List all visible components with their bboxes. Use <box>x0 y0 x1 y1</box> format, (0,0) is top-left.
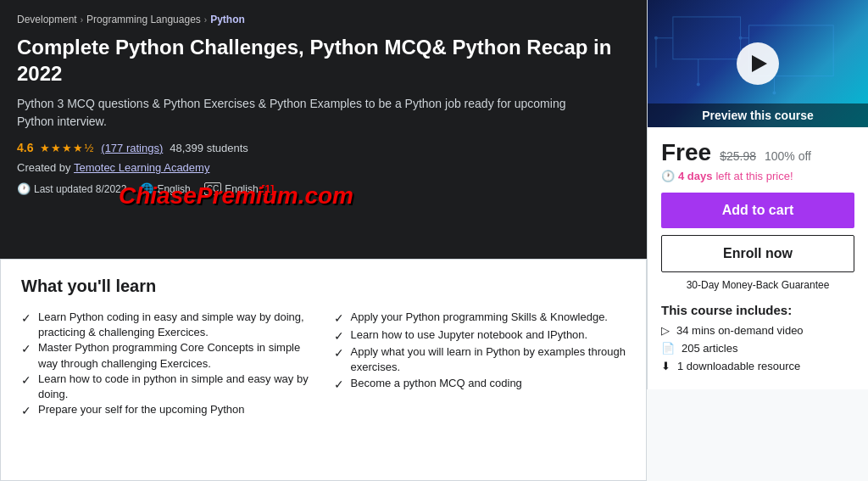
clock-icon: 🕐 <box>17 182 31 195</box>
meta-cc: CC English [1] <box>204 182 274 195</box>
learn-section: What you'll learn ✓Learn Python coding i… <box>0 259 647 481</box>
learn-item-right: ✓Learn how to use Jupyter notebook and I… <box>334 327 626 345</box>
creator-row: Created by Temotec Learning Academy <box>17 161 626 174</box>
creator-link[interactable]: Temotec Learning Academy <box>74 161 209 174</box>
include-item: ▷34 mins on-demand video <box>661 324 854 337</box>
include-icon: ⬇ <box>661 360 670 372</box>
students-count: 48,399 students <box>170 142 248 154</box>
urgency-row: 🕐 4 days left at this price! <box>661 170 854 182</box>
learn-item-left: ✓Learn Python coding in easy and simple … <box>21 310 314 340</box>
breadcrumb: Development › Programming Languages › Py… <box>17 14 626 25</box>
check-icon: ✓ <box>334 310 344 327</box>
learn-item-left: ✓Prepare your self for the upcoming Pyth… <box>21 402 314 420</box>
guarantee-text: 30-Day Money-Back Guarantee <box>661 279 854 291</box>
learn-item-text: Learn how to code in python in simple an… <box>38 372 314 402</box>
check-icon: ✓ <box>334 328 344 345</box>
learn-item-text: Prepare your self for the upcoming Pytho… <box>38 402 245 417</box>
learn-items-left: ✓Learn Python coding in easy and simple … <box>21 310 314 420</box>
svg-point-5 <box>654 36 658 40</box>
price-free: Free <box>661 139 711 166</box>
rating-row: 4.6 ★★★★½ (177 ratings) 48,399 students <box>17 141 626 154</box>
price-row: Free $25.98 100% off <box>661 139 854 166</box>
breadcrumb-programming[interactable]: Programming Languages <box>86 14 201 25</box>
rating-count[interactable]: (177 ratings) <box>101 142 163 154</box>
breadcrumb-current: Python <box>210 14 245 25</box>
check-icon: ✓ <box>21 341 31 358</box>
cc-icon: CC <box>204 182 221 195</box>
page-layout: Development › Programming Languages › Py… <box>0 0 868 481</box>
play-button[interactable] <box>737 42 779 85</box>
learn-item-text: Apply what you will learn in Python by e… <box>351 344 626 375</box>
learn-title: What you'll learn <box>21 277 626 296</box>
urgency-text: left at this price! <box>715 170 793 182</box>
svg-point-10 <box>772 92 776 95</box>
meta-updated: 🕐 Last updated 8/2022 <box>17 182 126 195</box>
add-to-cart-button[interactable]: Add to cart <box>661 193 854 228</box>
language-globe: English <box>157 183 190 195</box>
include-item: 📄205 articles <box>661 342 854 355</box>
learn-item-text: Apply your Python programming Skills & K… <box>351 310 608 325</box>
cc-extra: [1] <box>262 183 275 195</box>
chevron-icon-1: › <box>81 15 83 25</box>
learn-items-right: ✓Apply your Python programming Skills & … <box>334 310 626 420</box>
learn-grid: ✓Learn Python coding in easy and simple … <box>21 310 626 420</box>
svg-point-9 <box>697 83 700 87</box>
learn-item-left: ✓Learn how to code in python in simple a… <box>21 372 314 402</box>
learn-item-text: Become a python MCQ and coding <box>351 376 522 391</box>
includes-list: ▷34 mins on-demand video📄205 articles⬇1 … <box>661 324 854 372</box>
star-icons: ★★★★½ <box>40 142 94 154</box>
include-icon: 📄 <box>661 342 675 355</box>
breadcrumb-development[interactable]: Development <box>17 14 77 25</box>
sidebar: Preview this course Free $25.98 100% off… <box>647 0 868 389</box>
check-icon: ✓ <box>21 403 31 420</box>
learn-item-right: ✓Become a python MCQ and coding <box>334 376 626 394</box>
svg-rect-0 <box>673 17 741 59</box>
chevron-icon-2: › <box>204 15 207 25</box>
urgency-icon: 🕐 <box>661 170 675 182</box>
course-title: Complete Python Challenges, Python MCQ& … <box>17 34 626 87</box>
learn-item-right: ✓Apply what you will learn in Python by … <box>334 344 626 375</box>
include-item: ⬇1 downloadable resource <box>661 360 854 372</box>
price-original: $25.98 <box>720 149 756 163</box>
meta-row: 🕐 Last updated 8/2022 🌐 English CC Engli… <box>17 182 626 195</box>
creator-prefix: Created by <box>17 161 71 174</box>
course-subtitle: Python 3 MCQ questions & Python Exercise… <box>17 95 593 131</box>
globe-icon: 🌐 <box>140 182 153 195</box>
learn-item-left: ✓Master Python programming Core Concepts… <box>21 340 314 371</box>
include-text: 205 articles <box>682 342 737 355</box>
price-discount: 100% off <box>765 149 811 163</box>
course-preview-image[interactable]: Preview this course <box>648 0 868 127</box>
language-cc: English <box>225 183 258 195</box>
urgency-days: 4 days <box>678 170 712 182</box>
includes-title: This course includes: <box>661 303 854 317</box>
learn-item-text: Learn Python coding in easy and simple w… <box>38 310 314 340</box>
include-icon: ▷ <box>661 324 670 337</box>
include-text: 34 mins on-demand video <box>676 324 804 337</box>
rating-score: 4.6 <box>17 141 33 154</box>
check-icon: ✓ <box>21 310 31 327</box>
check-icon: ✓ <box>334 377 344 394</box>
svg-point-6 <box>739 36 743 40</box>
last-updated: Last updated 8/2022 <box>34 183 126 195</box>
check-icon: ✓ <box>334 345 344 362</box>
learn-item-text: Learn how to use Jupyter notebook and IP… <box>351 327 588 343</box>
learn-item-text: Master Python programming Core Concepts … <box>38 340 314 371</box>
hero-section: Development › Programming Languages › Py… <box>0 0 647 259</box>
enroll-now-button[interactable]: Enroll now <box>661 235 854 272</box>
sidebar-body: Free $25.98 100% off 🕐 4 days left at th… <box>648 127 868 389</box>
learn-item-right: ✓Apply your Python programming Skills & … <box>334 310 626 327</box>
include-text: 1 downloadable resource <box>677 360 800 372</box>
check-icon: ✓ <box>21 372 31 389</box>
preview-label: Preview this course <box>648 103 868 127</box>
meta-language: 🌐 English <box>140 182 190 195</box>
